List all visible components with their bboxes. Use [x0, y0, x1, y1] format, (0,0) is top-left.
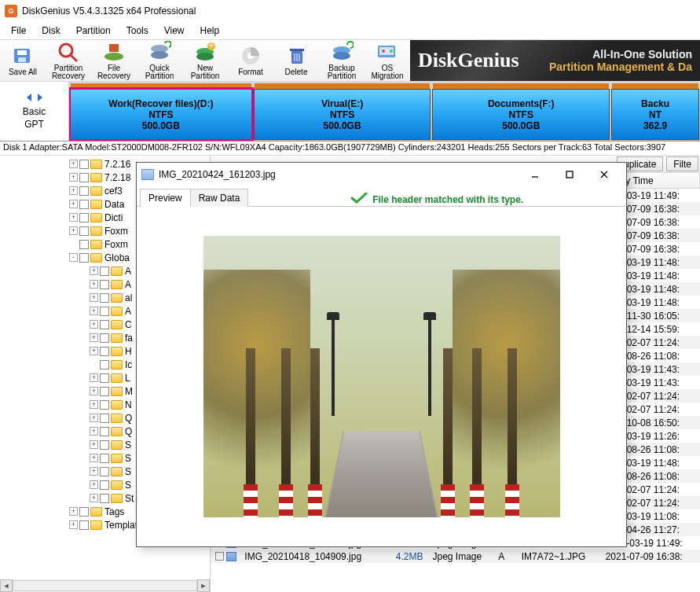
checkbox[interactable] [100, 347, 109, 356]
disk-type-panel[interactable]: Basic GPT [0, 82, 69, 141]
expander-icon[interactable]: + [90, 414, 98, 422]
menu-view[interactable]: View [156, 24, 192, 38]
checkbox[interactable] [100, 293, 109, 303]
nav-arrows-icon[interactable] [25, 92, 44, 107]
tool-os-migration[interactable]: OS Migration [365, 40, 410, 81]
expander-icon[interactable]: + [69, 520, 78, 529]
checkbox[interactable] [100, 494, 109, 503]
tool-format[interactable]: Format [228, 40, 273, 81]
expander-icon[interactable]: + [90, 480, 98, 489]
expander-icon[interactable]: + [90, 320, 98, 329]
menu-tools[interactable]: Tools [119, 24, 156, 38]
scroll-right-icon[interactable]: ► [197, 579, 210, 592]
partition-size: 500.0GB [502, 120, 540, 131]
checkbox[interactable] [100, 373, 109, 383]
checkbox[interactable] [100, 387, 109, 396]
expander-icon[interactable]: + [90, 267, 98, 275]
tool-new-partition[interactable]: +New Partition [182, 40, 228, 81]
expander-icon[interactable]: + [69, 226, 78, 235]
checkbox[interactable] [79, 226, 89, 236]
expander-icon[interactable]: + [69, 160, 78, 168]
preview-titlebar[interactable]: IMG_20210424_161203.jpg [137, 163, 626, 186]
svg-point-3 [60, 44, 72, 57]
partition-virual-e-[interactable]: Virual(E:)NTFS500.0GB [255, 83, 431, 139]
checkbox[interactable] [100, 400, 109, 410]
expander-icon[interactable]: + [90, 307, 98, 315]
scroll-track[interactable] [13, 580, 197, 591]
expander-icon[interactable]: + [69, 507, 78, 516]
expander-icon[interactable]: + [90, 347, 98, 355]
expander-icon[interactable]: + [69, 200, 78, 208]
tool-icon [376, 41, 399, 63]
menu-help[interactable]: Help [192, 24, 228, 38]
partition-documents-f-[interactable]: Documents(F:)NTFS500.0GB [433, 83, 609, 139]
folder-icon [111, 280, 123, 289]
tool-quick-partition[interactable]: Quick Partition [137, 40, 182, 81]
expander-icon[interactable]: + [90, 467, 98, 476]
checkbox[interactable] [215, 552, 224, 561]
tab-preview[interactable]: Preview [140, 189, 191, 207]
menu-file[interactable]: File [3, 24, 34, 38]
expander-icon[interactable]: + [69, 213, 78, 222]
expander-icon[interactable]: + [90, 427, 98, 436]
checkbox[interactable] [100, 427, 109, 436]
checkbox[interactable] [100, 480, 109, 490]
partition-work-recover-files-d-[interactable]: Work(Recover files)(D:)NTFS500.0GB [71, 83, 251, 139]
checkbox[interactable] [100, 467, 109, 476]
expander-icon[interactable]: + [90, 494, 98, 502]
folder-icon [111, 333, 123, 343]
tool-delete[interactable]: Delete [273, 40, 319, 81]
filter-button[interactable]: Filte [666, 156, 698, 171]
expander-icon[interactable]: + [90, 333, 98, 342]
expander-icon[interactable]: + [90, 373, 98, 382]
tool-save-all[interactable]: Save All [0, 40, 46, 81]
checkbox[interactable] [79, 160, 89, 169]
checkbox[interactable] [100, 333, 109, 343]
folder-icon [111, 307, 123, 316]
checkbox[interactable] [100, 280, 109, 289]
expander-icon[interactable]: - [69, 253, 78, 262]
disk-map: Basic GPT Work(Recover files)(D:)NTFS500… [0, 82, 700, 142]
minimize-button[interactable] [518, 164, 552, 186]
checkbox[interactable] [79, 240, 89, 249]
expander-icon[interactable]: + [90, 400, 98, 409]
checkbox[interactable] [79, 520, 89, 530]
table-row[interactable]: IMG_20210418_104909.jpg4.2MBJpeg ImageAI… [211, 550, 700, 563]
tab-rawdata[interactable]: Raw Data [190, 189, 249, 207]
banner-tagline: All-In-One Solution Partition Management… [532, 48, 692, 73]
tool-icon: + [193, 41, 217, 63]
tool-partition-recovery[interactable]: Partition Recovery [46, 40, 91, 81]
checkbox[interactable] [79, 186, 89, 196]
checkbox[interactable] [100, 360, 109, 370]
menu-partition[interactable]: Partition [68, 24, 119, 38]
banner-tagline-2: Partition Management & Da [532, 61, 692, 73]
checkbox[interactable] [100, 307, 109, 316]
maximize-button[interactable] [552, 164, 587, 186]
expander-icon[interactable]: + [90, 454, 98, 462]
checkbox[interactable] [100, 440, 109, 450]
expander-icon[interactable]: + [69, 173, 78, 182]
checkbox[interactable] [100, 267, 109, 276]
checkbox[interactable] [79, 200, 89, 209]
tree-scrollbar[interactable]: ◄ ► [0, 579, 210, 592]
checkbox[interactable] [79, 173, 89, 182]
menu-disk[interactable]: Disk [34, 24, 68, 38]
checkbox[interactable] [79, 213, 89, 222]
checkbox[interactable] [79, 507, 89, 517]
checkbox[interactable] [100, 454, 109, 463]
tool-file-recovery[interactable]: File Recovery [91, 40, 137, 81]
expander-icon[interactable]: + [90, 387, 98, 395]
close-button[interactable] [587, 164, 621, 186]
partition-backu[interactable]: BackuNT362.9 [612, 83, 698, 139]
scroll-left-icon[interactable]: ◄ [0, 579, 13, 592]
checkbox[interactable] [100, 414, 109, 423]
expander-icon[interactable]: + [90, 293, 98, 302]
expander-icon[interactable]: + [90, 280, 98, 289]
preview-window[interactable]: IMG_20210424_161203.jpg Preview Raw Data… [136, 162, 627, 547]
checkbox[interactable] [79, 253, 89, 263]
checkbox[interactable] [100, 320, 109, 329]
tool-backup-partition[interactable]: Backup Partition [319, 40, 365, 81]
expander-icon[interactable]: + [90, 440, 98, 449]
expander-icon[interactable]: + [69, 186, 78, 195]
tree-label: cef3 [104, 186, 123, 197]
